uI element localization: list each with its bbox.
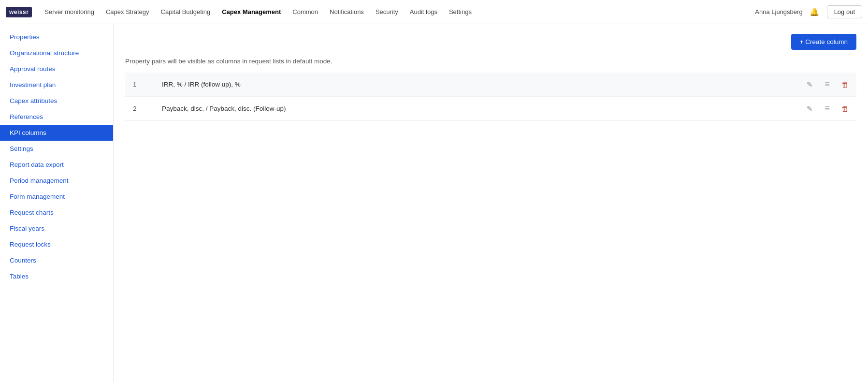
drag-icon[interactable]: ≡: [825, 103, 830, 114]
nav-capex-management[interactable]: Capex Management: [217, 5, 286, 18]
nav-capital-budgeting[interactable]: Capital Budgeting: [156, 5, 216, 18]
row-label: IRR, % / IRR (follow up), %: [162, 81, 807, 88]
edit-icon[interactable]: ✎: [807, 104, 813, 113]
create-column-button[interactable]: + Create column: [791, 34, 856, 50]
row-actions: ✎ ≡ 🗑: [807, 79, 849, 89]
topnav: weissr Server monitoring Capex Strategy …: [0, 0, 868, 24]
nav-notifications[interactable]: Notifications: [325, 5, 369, 18]
sidebar-item-settings[interactable]: Settings: [0, 141, 113, 157]
row-actions: ✎ ≡ 🗑: [807, 103, 849, 114]
nav-common[interactable]: Common: [288, 5, 323, 18]
sidebar-item-form-management[interactable]: Form management: [0, 189, 113, 205]
sidebar-item-request-locks[interactable]: Request locks: [0, 236, 113, 252]
user-name: Anna Ljungsberg: [755, 8, 802, 15]
edit-icon[interactable]: ✎: [807, 80, 813, 89]
sidebar-item-properties[interactable]: Properties: [0, 29, 113, 45]
sidebar-item-organizational-structure[interactable]: Organizational structure: [0, 45, 113, 61]
sidebar-item-report-data-export[interactable]: Report data export: [0, 157, 113, 173]
delete-icon[interactable]: 🗑: [841, 104, 849, 113]
sidebar-item-approval-routes[interactable]: Approval routes: [0, 61, 113, 77]
sidebar-item-counters[interactable]: Counters: [0, 252, 113, 268]
notification-bell-icon[interactable]: 🔔: [810, 7, 819, 16]
sidebar-item-tables[interactable]: Tables: [0, 268, 113, 284]
row-number: 1: [133, 81, 162, 88]
sidebar-item-fiscal-years[interactable]: Fiscal years: [0, 220, 113, 236]
sidebar-item-kpi-columns[interactable]: KPI columns: [0, 125, 113, 141]
sidebar-item-capex-attributes[interactable]: Capex attributes: [0, 93, 113, 109]
content-header: + Create column: [125, 34, 856, 50]
row-number: 2: [133, 105, 162, 112]
sidebar-item-period-management[interactable]: Period management: [0, 173, 113, 189]
drag-icon[interactable]: ≡: [825, 79, 830, 89]
nav-settings[interactable]: Settings: [444, 5, 477, 18]
table-row: 2 Payback, disc. / Payback, disc. (Follo…: [125, 97, 856, 121]
sidebar-item-request-charts[interactable]: Request charts: [0, 205, 113, 220]
sidebar: Properties Organizational structure Appr…: [0, 24, 114, 382]
delete-icon[interactable]: 🗑: [841, 80, 849, 88]
row-label: Payback, disc. / Payback, disc. (Follow-…: [162, 105, 807, 112]
app-logo: weissr: [6, 7, 32, 17]
nav-audit-logs[interactable]: Audit logs: [405, 5, 442, 18]
nav-server-monitoring[interactable]: Server monitoring: [40, 5, 99, 18]
content-subtitle: Property pairs will be visible as column…: [125, 58, 856, 65]
main-layout: Properties Organizational structure Appr…: [0, 24, 868, 382]
nav-security[interactable]: Security: [371, 5, 403, 18]
logout-button[interactable]: Log out: [827, 5, 862, 18]
nav-capex-strategy[interactable]: Capex Strategy: [101, 5, 154, 18]
sidebar-item-investment-plan[interactable]: Investment plan: [0, 77, 113, 93]
table-row: 1 IRR, % / IRR (follow up), % ✎ ≡ 🗑: [125, 73, 856, 97]
content-area: + Create column Property pairs will be v…: [114, 24, 868, 382]
sidebar-item-references[interactable]: References: [0, 109, 113, 125]
